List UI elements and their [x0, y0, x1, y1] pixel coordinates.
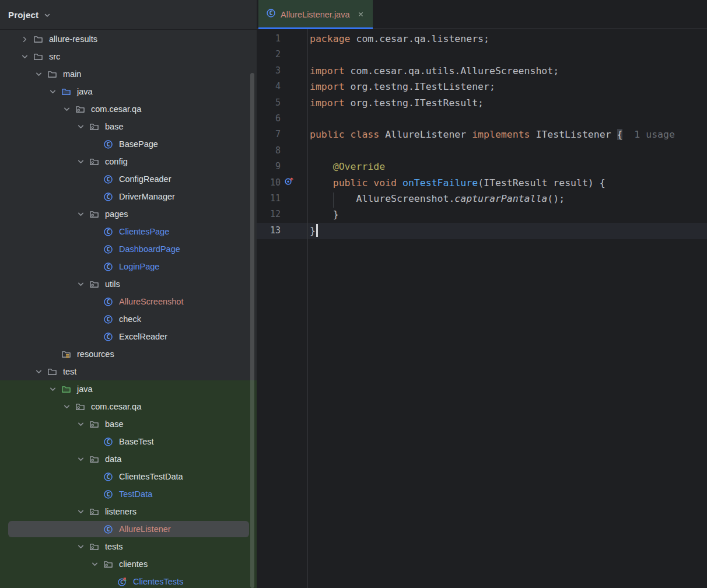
class-icon: C: [102, 139, 114, 149]
line-number: 10: [257, 175, 281, 191]
svg-text:C: C: [106, 228, 110, 235]
tree-item-label: com.cesar.qa: [91, 402, 141, 411]
svg-text:C: C: [106, 176, 110, 182]
chevron-down-icon[interactable]: [46, 87, 60, 97]
tree-item-label: base: [105, 419, 123, 429]
project-tool-window: Project allure-resultssrcmainjavacom.ces…: [0, 0, 257, 588]
tree-item-drivermanager[interactable]: CDriverManager: [0, 188, 257, 205]
tree-item-label: ConfigReader: [119, 174, 171, 184]
chevron-down-icon[interactable]: [74, 157, 88, 167]
chevron-down-icon[interactable]: [74, 542, 88, 552]
tree-item-allure-results[interactable]: allure-results: [0, 30, 257, 48]
line-number: 1: [257, 31, 281, 47]
folder-icon: [32, 34, 44, 44]
class-icon: C: [102, 227, 114, 237]
chevron-down-icon[interactable]: [32, 69, 46, 79]
tree-item-java[interactable]: java: [0, 83, 257, 100]
chevron-down-icon[interactable]: [60, 402, 74, 412]
project-view-header[interactable]: Project: [0, 0, 257, 30]
editor-tab-allurelistener[interactable]: C AllureListener.java: [258, 0, 373, 29]
tree-item-main[interactable]: main: [0, 65, 257, 83]
project-view-title: Project: [8, 10, 38, 20]
tree-item-data[interactable]: data: [0, 450, 257, 468]
chevron-down-icon[interactable]: [60, 104, 74, 114]
code-line-3: import com.cesar.qa.utils.AllureScreensh…: [310, 63, 707, 79]
tree-item-testdata[interactable]: CTestData: [0, 485, 257, 503]
class-icon: C: [102, 192, 114, 202]
tree-item-label: config: [105, 157, 128, 166]
override-method-gutter-icon[interactable]: [284, 176, 294, 188]
svg-text:C: C: [106, 193, 110, 200]
tree-item-test[interactable]: test: [0, 363, 257, 380]
chevron-down-icon[interactable]: [88, 559, 102, 569]
chevron-right-icon[interactable]: [18, 34, 32, 44]
chevron-down-icon[interactable]: [74, 122, 88, 132]
tree-item-clientestestdata[interactable]: CClientesTestData: [0, 468, 257, 485]
chevron-down-icon[interactable]: [74, 507, 88, 517]
tree-item-resources[interactable]: resources: [0, 345, 257, 363]
chevron-down-icon[interactable]: [32, 367, 46, 377]
tree-item-label: main: [63, 69, 81, 79]
tree-item-basepage[interactable]: CBasePage: [0, 135, 257, 153]
tree-item-label: BasePage: [119, 139, 158, 149]
editor-gutter-line-numbers[interactable]: 12345678910111213: [257, 31, 281, 239]
editor-tab-title: AllureListener.java: [281, 10, 350, 19]
tree-item-src[interactable]: src: [0, 48, 257, 65]
code-line-7: public class AllureListener implements I…: [310, 127, 707, 142]
tree-item-clientes[interactable]: clientes: [0, 555, 257, 573]
tree-item-com.cesar.qa[interactable]: com.cesar.qa: [0, 398, 257, 415]
editor-body[interactable]: 12345678910111213 package com.cesar.qa.l…: [257, 29, 707, 588]
tree-item-base[interactable]: base: [0, 415, 257, 433]
chevron-down-icon[interactable]: [74, 279, 88, 289]
folder-icon: [46, 367, 58, 377]
chevron-down-icon[interactable]: [46, 384, 60, 394]
tree-item-clientespage[interactable]: CClientesPage: [0, 223, 257, 240]
close-icon[interactable]: [356, 10, 365, 19]
code-line-10: public void onTestFailure(ITestResult re…: [310, 175, 707, 191]
tree-item-utils[interactable]: utils: [0, 275, 257, 293]
tree-item-tests[interactable]: tests: [0, 538, 257, 555]
gutter-separator: [307, 29, 308, 588]
svg-text:C: C: [106, 438, 110, 444]
tree-item-configreader[interactable]: CConfigReader: [0, 170, 257, 188]
package-icon: [88, 419, 100, 429]
class-icon: C: [102, 297, 114, 307]
tree-item-pages[interactable]: pages: [0, 205, 257, 223]
tree-item-base[interactable]: base: [0, 118, 257, 135]
package-icon: [88, 157, 100, 167]
chevron-down-icon[interactable]: [43, 10, 52, 20]
line-number: 8: [257, 143, 281, 159]
line-number: 11: [257, 191, 281, 206]
tree-item-label: ClientesTestData: [119, 472, 183, 481]
tree-item-basetest[interactable]: CBaseTest: [0, 433, 257, 450]
project-tree: allure-resultssrcmainjavacom.cesar.qabas…: [0, 30, 257, 588]
class-icon: C: [102, 472, 114, 482]
chevron-down-icon[interactable]: [74, 209, 88, 219]
package-icon: [88, 122, 100, 132]
chevron-down-icon[interactable]: [74, 419, 88, 429]
tree-item-config[interactable]: config: [0, 153, 257, 170]
chevron-down-icon[interactable]: [74, 454, 88, 464]
tree-item-dashboardpage[interactable]: CDashboardPage: [0, 240, 257, 258]
folder-icon: [46, 69, 58, 79]
project-tree-scrollbar[interactable]: [250, 73, 254, 588]
tree-item-allurelistener[interactable]: CAllureListener: [0, 520, 257, 538]
tree-item-label: base: [105, 122, 123, 131]
tree-item-check[interactable]: Ccheck: [0, 310, 257, 328]
tree-item-label: java: [77, 87, 93, 96]
tree-item-allurescreenshot[interactable]: CAllureScreenshot: [0, 293, 257, 310]
svg-text:C: C: [106, 491, 110, 497]
tree-item-loginpage[interactable]: CLoginPage: [0, 258, 257, 275]
code-lines[interactable]: package com.cesar.qa.listeners;import co…: [310, 31, 707, 239]
tree-item-excelreader[interactable]: CExcelReader: [0, 328, 257, 345]
chevron-down-icon[interactable]: [18, 52, 32, 62]
tree-item-label: BaseTest: [119, 437, 154, 446]
package-icon: [88, 542, 100, 552]
line-number: 13: [257, 223, 281, 239]
tree-item-java[interactable]: java: [0, 380, 257, 398]
tree-item-com.cesar.qa[interactable]: com.cesar.qa: [0, 100, 257, 118]
tree-item-listeners[interactable]: listeners: [0, 503, 257, 520]
svg-text:C: C: [106, 246, 110, 252]
ide-window: Project allure-resultssrcmainjavacom.ces…: [0, 0, 707, 588]
tree-item-clientestests[interactable]: CClientesTests: [0, 573, 257, 588]
